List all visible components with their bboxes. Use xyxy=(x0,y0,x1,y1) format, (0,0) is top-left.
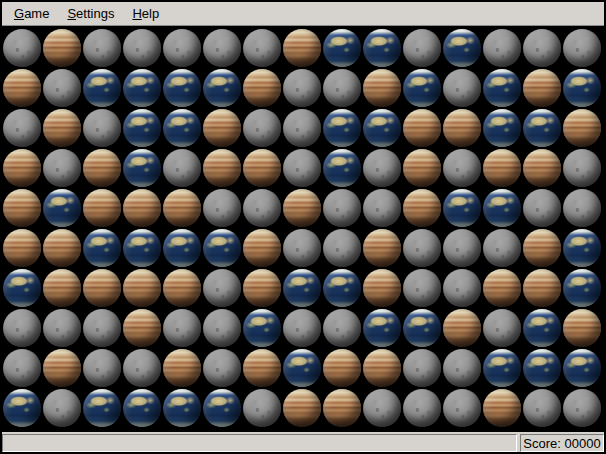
ball-earth[interactable] xyxy=(83,389,121,427)
ball-jupiter[interactable] xyxy=(523,229,561,267)
ball-earth[interactable] xyxy=(123,229,161,267)
ball-earth[interactable] xyxy=(403,69,441,107)
ball-moon[interactable] xyxy=(243,189,281,227)
ball-jupiter[interactable] xyxy=(523,269,561,307)
ball-earth[interactable] xyxy=(3,269,41,307)
ball-jupiter[interactable] xyxy=(163,269,201,307)
ball-moon[interactable] xyxy=(403,389,441,427)
ball-earth[interactable] xyxy=(203,229,241,267)
ball-earth[interactable] xyxy=(523,109,561,147)
ball-moon[interactable] xyxy=(403,29,441,67)
ball-jupiter[interactable] xyxy=(523,69,561,107)
ball-earth[interactable] xyxy=(123,149,161,187)
ball-jupiter[interactable] xyxy=(83,269,121,307)
ball-jupiter[interactable] xyxy=(163,349,201,387)
ball-jupiter[interactable] xyxy=(43,349,81,387)
ball-jupiter[interactable] xyxy=(83,189,121,227)
ball-earth[interactable] xyxy=(83,229,121,267)
ball-moon[interactable] xyxy=(363,149,401,187)
ball-moon[interactable] xyxy=(403,229,441,267)
ball-jupiter[interactable] xyxy=(3,69,41,107)
ball-earth[interactable] xyxy=(123,69,161,107)
ball-moon[interactable] xyxy=(523,29,561,67)
ball-jupiter[interactable] xyxy=(523,149,561,187)
ball-moon[interactable] xyxy=(443,269,481,307)
ball-jupiter[interactable] xyxy=(163,189,201,227)
ball-jupiter[interactable] xyxy=(43,269,81,307)
ball-moon[interactable] xyxy=(163,149,201,187)
ball-jupiter[interactable] xyxy=(403,189,441,227)
ball-earth[interactable] xyxy=(83,69,121,107)
ball-moon[interactable] xyxy=(443,389,481,427)
ball-moon[interactable] xyxy=(203,189,241,227)
ball-moon[interactable] xyxy=(323,229,361,267)
ball-moon[interactable] xyxy=(563,189,601,227)
ball-jupiter[interactable] xyxy=(123,189,161,227)
ball-moon[interactable] xyxy=(283,149,321,187)
ball-moon[interactable] xyxy=(203,29,241,67)
ball-moon[interactable] xyxy=(283,109,321,147)
ball-jupiter[interactable] xyxy=(243,149,281,187)
ball-jupiter[interactable] xyxy=(243,69,281,107)
ball-earth[interactable] xyxy=(203,389,241,427)
ball-moon[interactable] xyxy=(323,309,361,347)
ball-moon[interactable] xyxy=(443,69,481,107)
ball-earth[interactable] xyxy=(323,269,361,307)
ball-moon[interactable] xyxy=(83,309,121,347)
ball-moon[interactable] xyxy=(243,109,281,147)
ball-moon[interactable] xyxy=(323,189,361,227)
ball-moon[interactable] xyxy=(43,389,81,427)
ball-jupiter[interactable] xyxy=(483,389,521,427)
ball-jupiter[interactable] xyxy=(403,109,441,147)
ball-moon[interactable] xyxy=(483,229,521,267)
ball-moon[interactable] xyxy=(123,29,161,67)
ball-moon[interactable] xyxy=(163,309,201,347)
ball-moon[interactable] xyxy=(83,109,121,147)
ball-jupiter[interactable] xyxy=(443,109,481,147)
ball-jupiter[interactable] xyxy=(243,349,281,387)
ball-jupiter[interactable] xyxy=(203,149,241,187)
ball-moon[interactable] xyxy=(123,349,161,387)
ball-moon[interactable] xyxy=(563,389,601,427)
ball-moon[interactable] xyxy=(443,149,481,187)
ball-earth[interactable] xyxy=(283,269,321,307)
ball-moon[interactable] xyxy=(403,269,441,307)
ball-moon[interactable] xyxy=(243,29,281,67)
ball-jupiter[interactable] xyxy=(363,229,401,267)
ball-jupiter[interactable] xyxy=(483,149,521,187)
ball-moon[interactable] xyxy=(3,29,41,67)
ball-earth[interactable] xyxy=(523,309,561,347)
ball-jupiter[interactable] xyxy=(3,149,41,187)
ball-jupiter[interactable] xyxy=(43,29,81,67)
ball-earth[interactable] xyxy=(563,349,601,387)
ball-jupiter[interactable] xyxy=(363,349,401,387)
ball-jupiter[interactable] xyxy=(363,269,401,307)
ball-jupiter[interactable] xyxy=(3,189,41,227)
ball-moon[interactable] xyxy=(443,229,481,267)
ball-earth[interactable] xyxy=(443,189,481,227)
ball-jupiter[interactable] xyxy=(563,309,601,347)
ball-moon[interactable] xyxy=(563,29,601,67)
ball-jupiter[interactable] xyxy=(283,29,321,67)
ball-jupiter[interactable] xyxy=(323,349,361,387)
ball-earth[interactable] xyxy=(363,309,401,347)
ball-earth[interactable] xyxy=(563,229,601,267)
ball-earth[interactable] xyxy=(483,189,521,227)
ball-jupiter[interactable] xyxy=(563,109,601,147)
ball-jupiter[interactable] xyxy=(43,109,81,147)
menu-settings[interactable]: Settings xyxy=(58,2,123,25)
ball-earth[interactable] xyxy=(3,389,41,427)
ball-jupiter[interactable] xyxy=(363,69,401,107)
ball-earth[interactable] xyxy=(323,109,361,147)
ball-jupiter[interactable] xyxy=(403,149,441,187)
ball-moon[interactable] xyxy=(283,229,321,267)
ball-jupiter[interactable] xyxy=(243,269,281,307)
ball-moon[interactable] xyxy=(43,309,81,347)
ball-earth[interactable] xyxy=(363,109,401,147)
ball-earth[interactable] xyxy=(123,389,161,427)
ball-earth[interactable] xyxy=(403,309,441,347)
ball-moon[interactable] xyxy=(203,309,241,347)
ball-moon[interactable] xyxy=(243,389,281,427)
ball-moon[interactable] xyxy=(483,29,521,67)
ball-earth[interactable] xyxy=(203,69,241,107)
